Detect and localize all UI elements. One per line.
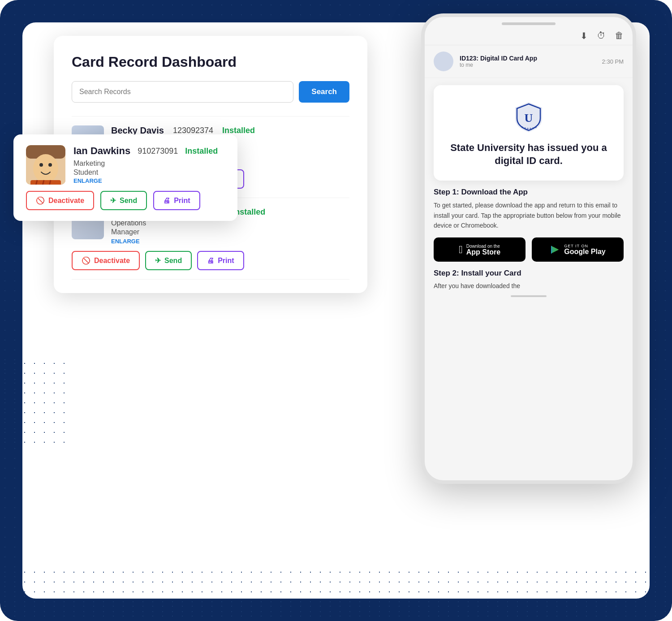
deactivate-icon-isaiah: 🚫 — [82, 256, 90, 265]
deactivate-button-isaiah[interactable]: 🚫 Deactivate — [72, 251, 140, 270]
email-id-card: U State University has issued you a digi… — [434, 85, 624, 181]
email-header: ID123: Digital ID Card App to me 2:30 PM — [425, 45, 633, 78]
ian-print-icon: 🖨 — [163, 197, 170, 205]
svg-point-10 — [521, 126, 523, 128]
ian-info: Ian Dawkins 910273091 Installed Marketin… — [73, 145, 225, 185]
enlarge-link-isaiah[interactable]: ENLARGE — [111, 238, 349, 245]
shield-logo: U — [511, 99, 547, 134]
email-card-title: State University has issued you a digita… — [444, 142, 613, 167]
ian-header: Ian Dawkins 910273091 Installed Marketin… — [26, 145, 225, 185]
ian-role: Student — [73, 168, 225, 177]
phone-mockup: ⬇ ⏱ 🗑 ID123: Digital ID Card App to me 2… — [421, 13, 636, 484]
search-input[interactable] — [72, 81, 293, 103]
svg-text:U: U — [525, 112, 533, 125]
svg-point-11 — [524, 127, 526, 129]
app-store-name: App Store — [466, 249, 500, 256]
svg-rect-5 — [30, 180, 61, 185]
step2-title: Step 2: Install your Card — [434, 269, 624, 278]
record-id-becky: 123092374 — [173, 126, 213, 135]
step1-title: Step 1: Download the App — [434, 188, 624, 197]
ian-card: Ian Dawkins 910273091 Installed Marketin… — [13, 134, 237, 221]
app-buttons:  Download on the App Store GET IT ON — [434, 237, 624, 262]
ian-send-icon: ✈ — [110, 196, 116, 205]
ian-id: 910273091 — [138, 147, 178, 156]
google-play-icon — [550, 244, 560, 255]
print-icon-isaiah: 🖨 — [207, 257, 214, 265]
google-play-button[interactable]: GET IT ON Google Play — [532, 237, 624, 262]
apple-icon:  — [459, 243, 463, 256]
record-status-isaiah: Installed — [233, 207, 265, 217]
ian-status: Installed — [185, 147, 218, 156]
ian-send-button[interactable]: ✈ Send — [100, 191, 147, 210]
svg-point-2 — [33, 154, 58, 183]
app-store-text: Download on the App Store — [466, 244, 500, 256]
ian-dept: Marketing — [73, 160, 225, 168]
ian-name-row: Ian Dawkins 910273091 Installed — [73, 145, 225, 157]
send-icon-isaiah: ✈ — [155, 256, 161, 265]
print-button-isaiah[interactable]: 🖨 Print — [197, 251, 244, 270]
step2-text: After you have downloaded the — [434, 281, 624, 291]
record-role-isaiah: Manager — [111, 228, 349, 236]
ian-enlarge-link[interactable]: ENLARGE — [73, 177, 102, 184]
svg-point-15 — [535, 126, 537, 128]
google-play-name: Google Play — [564, 248, 605, 255]
dots-overlay-left — [0, 358, 72, 448]
email-sender-avatar — [434, 52, 453, 71]
email-to-label: to me — [460, 62, 596, 68]
archive-icon[interactable]: ⬇ — [580, 30, 588, 41]
action-row-isaiah: 🚫 Deactivate ✈ Send 🖨 Print — [72, 251, 349, 270]
google-play-text: GET IT ON Google Play — [564, 244, 605, 255]
info-icon[interactable]: ⏱ — [597, 30, 606, 41]
record-status-becky: Installed — [222, 126, 255, 135]
svg-point-3 — [39, 163, 43, 167]
svg-point-13 — [530, 128, 531, 129]
step1-text: To get started, please download the app … — [434, 200, 624, 230]
ian-name: Ian Dawkins — [73, 145, 130, 157]
app-store-button[interactable]:  Download on the App Store — [434, 237, 526, 262]
dashboard-title: Card Record Dashboard — [72, 54, 349, 70]
send-button-isaiah[interactable]: ✈ Send — [145, 251, 192, 270]
ian-avatar — [26, 145, 65, 185]
search-button[interactable]: Search — [299, 81, 349, 103]
email-time: 2:30 PM — [602, 58, 624, 65]
ian-deactivate-icon: 🚫 — [36, 196, 45, 205]
search-row: Search — [72, 81, 349, 103]
phone-toolbar: ⬇ ⏱ 🗑 — [425, 29, 633, 45]
email-body: U State University has issued you a digi… — [425, 78, 633, 484]
phone-notch — [502, 22, 556, 25]
ian-actions: 🚫 Deactivate ✈ Send 🖨 Print — [26, 191, 225, 210]
svg-point-4 — [48, 163, 52, 167]
svg-point-14 — [532, 127, 534, 129]
email-sender-name: ID123: Digital ID Card App — [460, 55, 596, 62]
ian-print-button[interactable]: 🖨 Print — [153, 191, 200, 210]
dots-overlay-bottom — [0, 567, 672, 621]
ian-deactivate-button[interactable]: 🚫 Deactivate — [26, 191, 94, 210]
email-from-info: ID123: Digital ID Card App to me — [460, 55, 596, 68]
svg-point-12 — [527, 128, 529, 129]
trash-icon[interactable]: 🗑 — [615, 30, 624, 41]
scroll-indicator — [511, 295, 547, 297]
